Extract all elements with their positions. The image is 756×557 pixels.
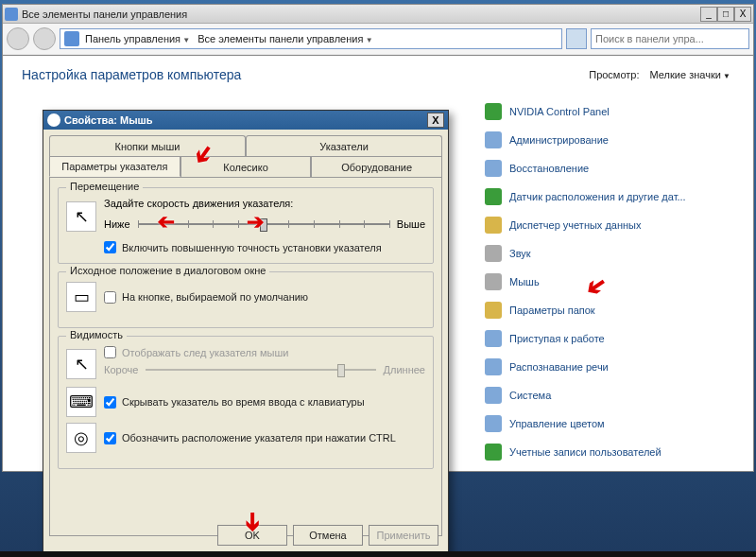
hide-preview-icon: ⌨: [66, 387, 96, 417]
control-panel-items: NVIDIA Control Panel Администрирование В…: [485, 101, 730, 462]
group-snap-to: Исходное положение в диалоговом окне ▭ Н…: [58, 271, 434, 328]
view-dropdown[interactable]: Мелкие значки: [650, 69, 730, 80]
cp-item-color[interactable]: Управление цветом: [485, 413, 730, 434]
ctrl-locate-checkbox[interactable]: Обозначить расположение указателя при на…: [104, 432, 396, 444]
enhance-precision-label: Включить повышенную точность установки у…: [122, 242, 382, 253]
tab-pointers[interactable]: Указатели: [246, 135, 442, 156]
window-title: Все элементы панели управления: [22, 9, 700, 20]
trails-short-label: Короче: [104, 364, 138, 375]
snap-to-label: На кнопке, выбираемой по умолчанию: [122, 291, 308, 303]
system-icon: [485, 387, 502, 404]
control-panel-window: Все элементы панели управления _ □ X Пан…: [2, 4, 754, 56]
ctrl-locate-input[interactable]: [104, 432, 116, 444]
breadcrumb-seg[interactable]: Панель управления: [83, 33, 192, 44]
forward-button[interactable]: [33, 27, 56, 50]
maximize-button[interactable]: □: [717, 7, 734, 22]
dialog-title: Свойства: Мышь: [64, 114, 153, 126]
recovery-icon: [485, 160, 502, 177]
pointer-speed-slider[interactable]: [138, 218, 389, 230]
breadcrumb-seg[interactable]: Все элементы панели управления: [196, 33, 374, 44]
group-visibility: Видимость ↖ Отображать след указателя мы…: [58, 336, 434, 469]
trails-input[interactable]: [104, 346, 116, 358]
credentials-icon: [485, 217, 502, 234]
sound-icon: [485, 245, 502, 262]
cp-item-speech[interactable]: Распознавание речи: [485, 357, 730, 377]
cp-item-location[interactable]: Датчик расположения и другие дат...: [485, 186, 730, 207]
enhance-precision-checkbox[interactable]: Включить повышенную точность установки у…: [104, 241, 425, 253]
trails-preview-icon: ↖: [66, 349, 96, 379]
breadcrumb-icon: [64, 31, 79, 46]
cp-item-mouse[interactable]: Мышь: [485, 271, 730, 292]
cp-item-label: Учетные записи пользователей: [509, 446, 662, 458]
window-icon: [5, 8, 18, 21]
folder-icon: [485, 302, 502, 319]
view-mode: Просмотр: Мелкие значки: [589, 69, 730, 80]
snap-to-checkbox[interactable]: На кнопке, выбираемой по умолчанию: [104, 291, 308, 304]
tab-hardware[interactable]: Оборудование: [311, 156, 442, 177]
enhance-precision-input[interactable]: [104, 241, 116, 253]
hide-typing-checkbox[interactable]: Скрывать указатель во время ввода с клав…: [104, 396, 365, 409]
cp-item-label: Диспетчер учетных данных: [509, 219, 642, 231]
speed-label: Задайте скорость движения указателя:: [104, 198, 425, 209]
titlebar: Все элементы панели управления _ □ X: [3, 5, 753, 24]
trails-length-slider: [146, 364, 375, 375]
cp-item-sound[interactable]: Звук: [485, 243, 730, 264]
cp-item-label: Параметры папок: [509, 305, 595, 316]
cp-item-system[interactable]: Система: [485, 385, 730, 406]
start-icon: [485, 330, 502, 347]
trails-checkbox[interactable]: Отображать след указателя мыши: [104, 346, 425, 358]
search-input[interactable]: [591, 28, 749, 49]
ok-button[interactable]: OK: [217, 525, 287, 546]
hide-typing-input[interactable]: [104, 396, 116, 409]
group-title: Видимость: [66, 329, 127, 340]
refresh-button[interactable]: [566, 28, 587, 49]
cp-item-label: Администрирование: [509, 134, 609, 146]
tab-buttons[interactable]: Кнопки мыши: [49, 135, 246, 156]
group-title: Исходное положение в диалоговом окне: [66, 265, 269, 276]
mouse-properties-dialog: Свойства: Мышь X Кнопки мыши Указатели П…: [43, 110, 449, 554]
trails-label: Отображать след указателя мыши: [122, 347, 288, 358]
speech-icon: [485, 358, 502, 375]
cp-item-nvidia[interactable]: NVIDIA Control Panel: [485, 101, 730, 122]
cp-item-recovery[interactable]: Восстановление: [485, 158, 730, 179]
apply-button: Применить: [369, 525, 438, 546]
cp-item-label: Восстановление: [509, 163, 589, 174]
cp-item-label: Мышь: [509, 276, 540, 287]
cp-item-label: Датчик расположения и другие дат...: [509, 191, 686, 202]
location-icon: [485, 188, 502, 205]
back-button[interactable]: [7, 27, 29, 50]
snap-to-input[interactable]: [104, 291, 116, 304]
dialog-titlebar: Свойства: Мышь X: [43, 111, 448, 130]
snap-preview-icon: ▭: [66, 282, 96, 312]
minimize-button[interactable]: _: [700, 7, 717, 22]
cp-item-getting-started[interactable]: Приступая к работе: [485, 328, 730, 349]
tab-pointer-options[interactable]: Параметры указателя: [49, 156, 180, 177]
slider-low-label: Ниже: [104, 218, 130, 230]
cp-item-label: NVIDIA Control Panel: [509, 106, 610, 117]
cp-item-admin[interactable]: Администрирование: [485, 130, 730, 150]
users-icon: [485, 444, 502, 461]
close-button[interactable]: X: [734, 7, 751, 22]
group-title: Перемещение: [66, 181, 143, 192]
cp-item-users[interactable]: Учетные записи пользователей: [485, 442, 730, 462]
nvidia-icon: [485, 103, 502, 120]
cp-item-label: Система: [509, 390, 551, 401]
hide-typing-label: Скрывать указатель во время ввода с клав…: [122, 396, 365, 408]
cp-item-folder-options[interactable]: Параметры папок: [485, 300, 730, 321]
navbar: Панель управления Все элементы панели уп…: [3, 24, 753, 54]
view-label: Просмотр:: [589, 69, 639, 80]
cp-item-label: Распознавание речи: [509, 361, 609, 373]
cp-item-credentials[interactable]: Диспетчер учетных данных: [485, 215, 730, 235]
cancel-button[interactable]: Отмена: [293, 525, 363, 546]
breadcrumb[interactable]: Панель управления Все элементы панели уп…: [60, 28, 562, 49]
cp-item-label: Приступая к работе: [509, 333, 605, 344]
tab-wheel[interactable]: Колесико: [180, 156, 312, 177]
ctrl-preview-icon: ◎: [66, 423, 96, 453]
slider-high-label: Выше: [397, 218, 425, 230]
group-motion: Перемещение ↖ Задайте скорость движения …: [58, 187, 434, 264]
tab-pane: Перемещение ↖ Задайте скорость движения …: [49, 177, 442, 536]
mouse-icon: [485, 273, 502, 290]
ctrl-locate-label: Обозначить расположение указателя при на…: [122, 432, 396, 444]
dialog-close-button[interactable]: X: [427, 113, 444, 128]
taskbar[interactable]: [0, 551, 756, 557]
